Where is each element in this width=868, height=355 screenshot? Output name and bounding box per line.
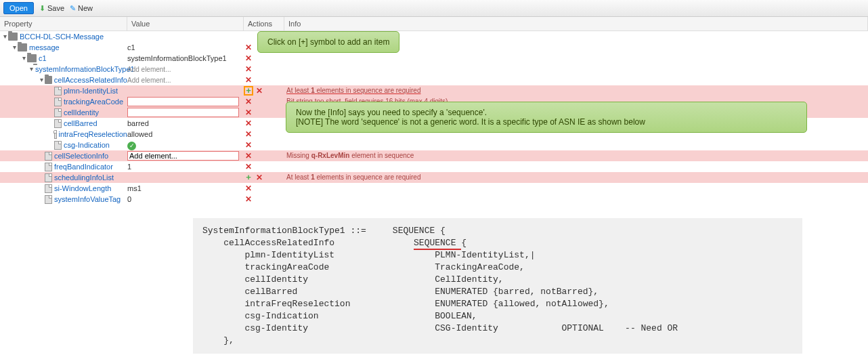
tree-row-plmn[interactable]: plmn-IdentityList + ✕ At least 1 element… xyxy=(0,85,868,96)
toolbar: Open ⬇ Save ✎ New xyxy=(0,0,868,17)
delete-button[interactable]: ✕ xyxy=(244,150,253,161)
tree-view: ▾ BCCH-DL-SCH-Message ▾ message c1 ✕ ▾ c… xyxy=(0,31,868,205)
node-label: systemInformationBlockType1 xyxy=(35,64,135,75)
tree-row-csgind[interactable]: csg-Indication ✓ ✕ xyxy=(0,140,868,150)
collapse-icon[interactable]: ▾ xyxy=(39,75,45,85)
header-property: Property xyxy=(0,17,127,30)
delete-button[interactable]: ✕ xyxy=(244,42,253,53)
new-label: New xyxy=(78,4,93,12)
code-line: cellAccessRelatedInfo SEQUENCE { xyxy=(202,237,793,249)
delete-button[interactable]: ✕ xyxy=(255,85,264,96)
node-label: cellIdentity xyxy=(64,107,99,118)
node-label: plmn-IdentityList xyxy=(64,85,118,96)
callout-line1: Now the [Info] says you need to specify … xyxy=(296,108,797,117)
delete-button[interactable]: ✕ xyxy=(244,107,253,118)
delete-button[interactable]: ✕ xyxy=(244,64,253,75)
tree-row-siwin[interactable]: si-WindowLength ms1 ✕ xyxy=(0,183,868,194)
add-element-text[interactable]: Add element... xyxy=(127,77,171,84)
header-value: Value xyxy=(127,17,244,30)
node-label: freqBandIndicator xyxy=(54,161,113,172)
check-icon: ✓ xyxy=(127,142,136,150)
node-label: cellBarred xyxy=(64,118,97,129)
delete-button[interactable]: ✕ xyxy=(244,118,253,129)
collapse-icon[interactable]: ▾ xyxy=(11,42,18,53)
node-value: 0 xyxy=(127,195,131,203)
code-line: csg-Identity CSG-Identity OPTIONAL -- Ne… xyxy=(202,322,793,335)
collapse-icon[interactable]: ▾ xyxy=(30,64,33,75)
delete-button[interactable]: ✕ xyxy=(244,161,253,172)
value-input[interactable] xyxy=(127,151,239,161)
code-line: SystemInformationBlockType1 ::= SEQUENCE… xyxy=(202,225,793,237)
file-icon xyxy=(54,98,62,106)
folder-icon xyxy=(27,54,37,62)
column-headers: Property Value Actions Info xyxy=(0,17,868,31)
folder-icon xyxy=(18,43,27,51)
node-label: systemInfoValueTag xyxy=(54,194,121,205)
info-text: At least 1 elements in sequence are requ… xyxy=(284,85,868,96)
node-label: trackingAreaCode xyxy=(64,96,123,107)
node-label: intraFreqReselection xyxy=(59,129,128,140)
new-button[interactable]: ✎ New xyxy=(70,4,93,13)
asn-code-block: SystemInformationBlockType1 ::= SEQUENCE… xyxy=(193,218,802,354)
file-icon xyxy=(45,152,52,161)
folder-icon xyxy=(45,76,52,84)
delete-button[interactable]: ✕ xyxy=(244,194,253,205)
tree-row-cellaccess[interactable]: ▾ cellAccessRelatedInfo Add element... ✕ xyxy=(0,75,868,85)
node-label: si-WindowLength xyxy=(54,183,111,194)
add-element-text[interactable]: Add element... xyxy=(127,66,171,73)
node-label: BCCH-DL-SCH-Message xyxy=(20,31,104,42)
callout-text: Click on [+] symbol to add an item xyxy=(267,37,389,47)
delete-button[interactable]: ✕ xyxy=(244,129,253,140)
tree-row-sysvaltag[interactable]: systemInfoValueTag 0 ✕ xyxy=(0,194,868,205)
info-text: At least 1 elements in sequence are requ… xyxy=(284,172,868,183)
folder-icon xyxy=(8,33,18,41)
collapse-icon[interactable]: ▾ xyxy=(1,31,8,42)
code-line: trackingAreaCode TrackingAreaCode, xyxy=(202,262,793,274)
tree-row-root[interactable]: ▾ BCCH-DL-SCH-Message xyxy=(0,31,868,42)
add-button[interactable]: + xyxy=(244,86,253,96)
file-icon xyxy=(54,141,62,150)
file-icon xyxy=(45,163,52,171)
open-button[interactable]: Open xyxy=(3,2,34,14)
delete-button[interactable]: ✕ xyxy=(244,75,253,85)
tree-row-freqband[interactable]: freqBandIndicator 1 ✕ xyxy=(0,161,868,172)
tree-row-c1[interactable]: ▾ c1 systemInformationBlockType1 ✕ xyxy=(0,53,868,64)
code-line: }, xyxy=(202,335,793,347)
collapse-icon[interactable]: ▾ xyxy=(20,53,27,64)
header-actions: Actions xyxy=(244,17,284,30)
tree-row-cellsel[interactable]: cellSelectionInfo ✕ Missing q-RxLevMin e… xyxy=(0,150,868,161)
node-value: c1 xyxy=(127,43,135,51)
node-label: schedulingInfoList xyxy=(54,172,114,183)
tree-row-schedlist[interactable]: schedulingInfoList + ✕ At least 1 elemen… xyxy=(0,172,868,183)
save-button[interactable]: ⬇ Save xyxy=(39,4,64,13)
save-label: Save xyxy=(47,4,64,12)
delete-button[interactable]: ✕ xyxy=(244,96,253,107)
file-icon xyxy=(54,108,62,117)
code-line: plmn-IdentityList PLMN-IdentityList,| xyxy=(202,249,793,262)
code-line: cellBarred ENUMERATED {barred, notBarred… xyxy=(202,286,793,298)
file-icon xyxy=(54,87,62,96)
info-text: Missing q-RxLevMin element in sequence xyxy=(284,150,868,161)
file-icon xyxy=(45,184,52,193)
delete-button[interactable]: ✕ xyxy=(244,183,253,194)
value-input[interactable] xyxy=(127,97,239,106)
delete-button[interactable]: ✕ xyxy=(244,140,253,150)
node-value: barred xyxy=(127,119,149,127)
node-label: csg-Indication xyxy=(64,140,110,150)
value-input[interactable] xyxy=(127,108,239,117)
node-value: 1 xyxy=(127,163,131,171)
file-icon xyxy=(45,173,52,182)
node-value: systemInformationBlockType1 xyxy=(127,54,227,62)
node-label: cellSelectionInfo xyxy=(54,150,108,161)
tree-row-message[interactable]: ▾ message c1 ✕ xyxy=(0,42,868,53)
file-icon xyxy=(54,130,57,139)
delete-button[interactable]: ✕ xyxy=(244,53,253,64)
delete-button[interactable]: ✕ xyxy=(255,172,264,183)
tree-row-sib1[interactable]: ▾ systemInformationBlockType1 Add elemen… xyxy=(0,64,868,75)
add-button[interactable]: + xyxy=(244,173,253,182)
callout-tooltip: Click on [+] symbol to add an item xyxy=(257,31,399,53)
node-label: c1 xyxy=(39,53,47,64)
node-label: message xyxy=(29,42,60,53)
wand-icon: ✎ xyxy=(70,4,76,13)
save-icon: ⬇ xyxy=(39,4,45,13)
